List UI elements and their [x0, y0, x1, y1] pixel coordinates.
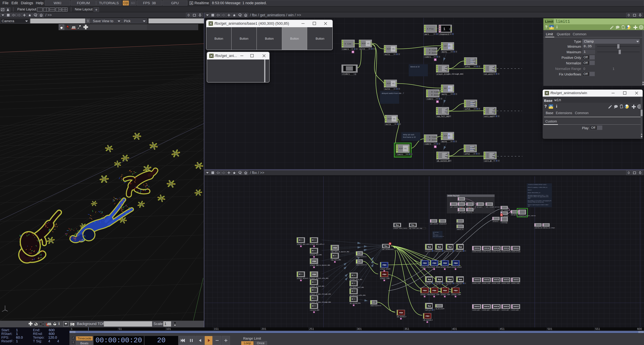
svg-text:Nul: Nul	[438, 278, 441, 281]
svg-text:player_attack_003: player_attack_003	[310, 286, 324, 287]
svg-text:offset: offset	[528, 198, 530, 199]
svg-text:451: 451	[500, 327, 504, 330]
svg-text:merge11: merge11	[477, 206, 483, 208]
svg-text:math1: math1	[442, 51, 447, 53]
svg-text:player_breaks_through_004: player_breaks_through_004	[310, 302, 331, 303]
svg-text:player_blue5: player_blue5	[380, 268, 390, 270]
svg-text:null3: null3	[386, 123, 391, 125]
svg-text:9157 v1: 9157 v1	[399, 148, 407, 150]
svg-text:opp_idle_to_3point_002: opp_idle_to_3point_002	[331, 251, 349, 252]
svg-text:scend_red4: scend_red4	[502, 282, 510, 284]
svg-text:player_red2: player_red2	[430, 294, 440, 295]
svg-text:Nul: Nul	[428, 278, 431, 281]
svg-text:scend_blue3: scend_blue3	[492, 251, 501, 252]
svg-text:and =(203)p_s=1 P=5 100% = 10%: and =(203)p_s=1 P=5 100% = 10% apply(0) …	[528, 200, 552, 202]
svg-text:render flag logic: render flag logic	[448, 195, 460, 196]
svg-text:551: 551	[595, 327, 600, 330]
svg-text:select2: select2	[493, 221, 498, 222]
svg-text:Bas: Bas	[396, 224, 399, 226]
svg-text:scend_blue5: scend_blue5	[512, 251, 520, 252]
svg-text:c: c	[449, 28, 451, 31]
svg-text:401: 401	[452, 327, 457, 330]
svg-text:0 time: 0 time	[431, 91, 439, 93]
svg-text:importselect3: importselect3	[370, 305, 381, 306]
svg-text:player_red3: player_red3	[441, 294, 450, 295]
svg-text:qb_win_idle_001: qb_win_idle_001	[350, 279, 362, 280]
svg-text:FBX: FBX	[443, 290, 447, 292]
svg-text:scend_blue1: scend_blue1	[472, 251, 481, 252]
svg-text:Nul: Nul	[459, 246, 462, 248]
svg-text:alternative happens (mod rel 3: alternative happens (mod rel 3)x 2...: 2…	[528, 195, 548, 196]
svg-text:FBX: FBX	[312, 260, 316, 262]
svg-text:timer3: timer3	[425, 143, 431, 145]
svg-text:scend_qb1: scend_qb1	[472, 309, 480, 311]
svg-text:timer4: timer4	[342, 48, 349, 50]
svg-text:opp_fall_002: opp_fall_002	[437, 116, 450, 118]
svg-text:FBX: FBX	[454, 262, 458, 264]
svg-text:player_win_idle_2: player_win_idle_2	[310, 244, 324, 245]
svg-text:get_wtime: get_wtime	[458, 212, 465, 213]
svg-text:Nul: Nul	[428, 305, 431, 307]
svg-text:info2: info2	[464, 153, 470, 155]
svg-text:insert2: insert2	[467, 212, 472, 213]
svg-text:math111: math111	[457, 223, 463, 224]
svg-text:player_win_idle: player_win_idle	[297, 244, 310, 245]
svg-text:everyone is offset2, then appl: everyone is offset2, then apply walls as…	[528, 196, 548, 198]
svg-text:Nul: Nul	[428, 246, 431, 248]
svg-text:og_trans_win_sop: og_trans_win_sop	[409, 228, 422, 229]
svg-text:get_winner: get_winner	[430, 223, 438, 224]
svg-text:timer2: timer2	[427, 98, 433, 100]
svg-text:null2: null2	[385, 88, 390, 90]
svg-text:chopto2: chopto2	[458, 206, 464, 208]
svg-text:qb_sacked_004: qb_sacked_004	[437, 160, 451, 162]
svg-text:player_red5: player_red5	[380, 278, 390, 279]
svg-text:151: 151	[214, 327, 219, 330]
svg-text:out_win1: out_win1	[484, 73, 492, 75]
svg-text:par1: par1	[425, 33, 429, 35]
svg-text:insert1: insert1	[467, 206, 472, 208]
svg-text:player_win_002: player_win_002	[310, 254, 322, 256]
svg-text:FBX: FBX	[426, 315, 430, 317]
svg-text:100%)=(5 =6(0)=4/6 3/6=(6 s%e): 100%)=(5 =6(0)=4/6 3/6=(6 s%e)	[528, 202, 544, 203]
svg-text:301: 301	[357, 327, 362, 330]
svg-text:0 Play: 0 Play	[427, 28, 434, 30]
svg-text:player_blue4: player_blue4	[452, 266, 462, 268]
svg-text:out4_qb: out4_qb	[484, 160, 492, 162]
svg-text:scend_qb4: scend_qb4	[502, 309, 509, 311]
svg-text:null1: null1	[385, 54, 390, 56]
svg-text:0 done: 0 done	[429, 52, 437, 54]
svg-text:og_qb_anim1: og_qb_anim1	[436, 308, 444, 309]
svg-text:scend_red3: scend_red3	[492, 282, 500, 284]
svg-text:Scene %1: applying <= offset1: Scene %1: applying <= offset1 offset_rel	[528, 187, 547, 188]
svg-text:101: 101	[166, 327, 171, 330]
svg-text:324 v1: 324 v1	[444, 135, 450, 137]
svg-text:qb_check_ball_001: qb_check_ball_001	[350, 287, 364, 288]
svg-text:--PLAYS & COORDS OFFSET LOGIC-: --PLAYS & COORDS OFFSET LOGIC--	[528, 184, 547, 185]
svg-text:null4: null4	[360, 48, 365, 50]
svg-text:qb_sacked_3: qb_sacked_3	[397, 316, 406, 318]
svg-text:set_render_active: set_render_active	[486, 206, 500, 208]
svg-text:importselect2: importselect2	[356, 264, 367, 266]
svg-text:victory_004: victory_004	[310, 309, 319, 311]
svg-text:opp_fall_002: opp_fall_002	[331, 259, 341, 261]
svg-text:Nul: Nul	[448, 278, 452, 281]
svg-text:201: 201	[262, 327, 266, 330]
svg-text:get_animations: get_animations	[382, 248, 394, 250]
svg-text:player_blue2: player_blue2	[430, 266, 440, 268]
svg-text:FBX: FBX	[454, 290, 458, 292]
svg-text:367 v1: 367 v1	[444, 88, 450, 90]
svg-text:merge21: merge21	[511, 214, 517, 216]
svg-text:Bas: Bas	[411, 224, 414, 226]
svg-text:0 time: 0 time	[429, 49, 437, 51]
svg-text:player_breaks_through_003: player_breaks_through_003	[437, 73, 463, 75]
svg-text:51: 51	[119, 327, 122, 330]
svg-text:blend at 10: blend at 10	[410, 66, 420, 68]
svg-text:scend_blue2: scend_blue2	[482, 251, 491, 252]
svg-text:scend_red2: scend_red2	[482, 282, 490, 284]
svg-text:?: ?	[550, 26, 552, 29]
svg-text:Nul: Nul	[448, 246, 452, 248]
svg-text:FBX: FBX	[312, 274, 316, 276]
svg-text:math2: math2	[442, 93, 447, 95]
svg-text:9157 v1: 9157 v1	[387, 82, 394, 84]
svg-text:running1: running1	[501, 222, 508, 223]
